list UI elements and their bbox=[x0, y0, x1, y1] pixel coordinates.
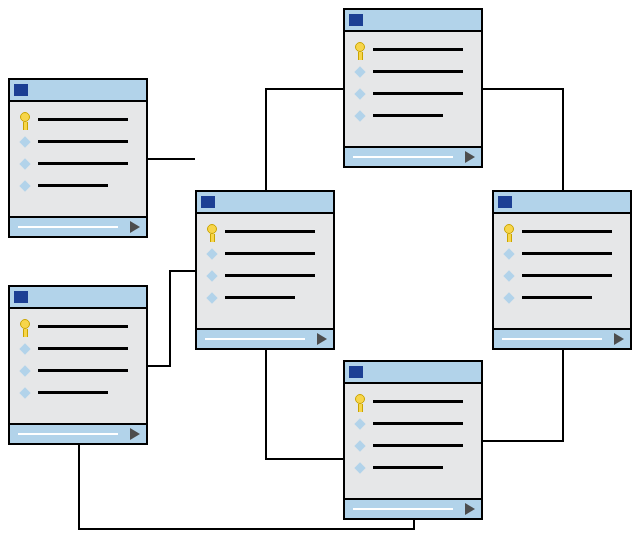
connector bbox=[169, 270, 171, 367]
table-header bbox=[343, 360, 483, 384]
table-right bbox=[492, 190, 632, 350]
table-body bbox=[343, 384, 483, 498]
connector bbox=[562, 350, 564, 440]
scroll-right-icon bbox=[317, 333, 327, 345]
scroll-right-icon bbox=[130, 428, 140, 440]
field-line bbox=[225, 296, 295, 299]
primary-key-icon bbox=[20, 112, 30, 130]
connector bbox=[169, 270, 195, 272]
field-line bbox=[373, 444, 463, 447]
connector bbox=[483, 88, 562, 90]
field-line bbox=[373, 48, 463, 51]
table-left-bottom bbox=[8, 285, 148, 445]
field-icon bbox=[354, 88, 365, 99]
field-line bbox=[373, 400, 463, 403]
table-row bbox=[345, 394, 481, 416]
window-icon bbox=[14, 291, 28, 303]
field-line bbox=[373, 114, 443, 117]
table-row bbox=[10, 112, 146, 134]
connector bbox=[265, 458, 343, 460]
scroll-right-icon bbox=[130, 221, 140, 233]
table-row bbox=[10, 341, 146, 363]
table-row bbox=[494, 290, 630, 312]
table-row bbox=[197, 224, 333, 246]
table-header bbox=[492, 190, 632, 214]
scrollbar-track bbox=[353, 508, 453, 510]
window-icon bbox=[498, 196, 512, 208]
table-body bbox=[343, 32, 483, 146]
scrollbar-track bbox=[205, 338, 305, 340]
field-icon bbox=[354, 66, 365, 77]
field-line bbox=[522, 230, 612, 233]
field-line bbox=[522, 274, 612, 277]
table-body bbox=[8, 102, 148, 216]
field-line bbox=[225, 230, 315, 233]
field-line bbox=[38, 118, 128, 121]
table-footer bbox=[343, 498, 483, 520]
primary-key-icon bbox=[355, 42, 365, 60]
table-footer bbox=[343, 146, 483, 168]
primary-key-icon bbox=[20, 319, 30, 337]
field-line bbox=[373, 70, 463, 73]
table-row bbox=[10, 385, 146, 407]
scroll-right-icon bbox=[614, 333, 624, 345]
primary-key-icon bbox=[504, 224, 514, 242]
table-row bbox=[10, 156, 146, 178]
field-icon bbox=[354, 110, 365, 121]
field-line bbox=[38, 184, 108, 187]
scrollbar-track bbox=[502, 338, 602, 340]
primary-key-icon bbox=[355, 394, 365, 412]
table-header bbox=[8, 78, 148, 102]
table-footer bbox=[8, 216, 148, 238]
field-line bbox=[522, 296, 592, 299]
field-line bbox=[38, 140, 128, 143]
field-icon bbox=[503, 292, 514, 303]
field-icon bbox=[503, 248, 514, 259]
window-icon bbox=[349, 14, 363, 26]
table-footer bbox=[8, 423, 148, 445]
table-footer bbox=[195, 328, 335, 350]
field-line bbox=[373, 466, 443, 469]
table-body bbox=[195, 214, 335, 328]
field-line bbox=[38, 162, 128, 165]
scrollbar-track bbox=[353, 156, 453, 158]
field-line bbox=[38, 325, 128, 328]
field-icon bbox=[206, 292, 217, 303]
field-icon bbox=[19, 343, 30, 354]
table-body bbox=[492, 214, 632, 328]
table-row bbox=[197, 246, 333, 268]
scrollbar-track bbox=[18, 433, 118, 435]
scrollbar-track bbox=[18, 226, 118, 228]
field-icon bbox=[19, 158, 30, 169]
table-row bbox=[494, 268, 630, 290]
connector bbox=[562, 88, 564, 190]
connector bbox=[413, 520, 415, 530]
table-top bbox=[343, 8, 483, 168]
connector bbox=[78, 528, 413, 530]
field-icon bbox=[354, 462, 365, 473]
field-icon bbox=[354, 418, 365, 429]
connector bbox=[265, 350, 267, 460]
field-line bbox=[38, 369, 128, 372]
field-line bbox=[373, 422, 463, 425]
field-icon bbox=[19, 136, 30, 147]
table-body bbox=[8, 309, 148, 423]
field-icon bbox=[503, 270, 514, 281]
table-row bbox=[345, 416, 481, 438]
table-row bbox=[10, 178, 146, 200]
connector bbox=[265, 88, 343, 90]
table-row bbox=[494, 224, 630, 246]
table-row bbox=[345, 438, 481, 460]
scroll-right-icon bbox=[465, 151, 475, 163]
field-line bbox=[522, 252, 612, 255]
connector bbox=[483, 440, 564, 442]
field-icon bbox=[206, 248, 217, 259]
table-row bbox=[10, 363, 146, 385]
window-icon bbox=[201, 196, 215, 208]
table-row bbox=[10, 134, 146, 156]
field-line bbox=[225, 252, 315, 255]
field-line bbox=[38, 347, 128, 350]
table-row bbox=[345, 460, 481, 482]
connector bbox=[148, 365, 171, 367]
table-row bbox=[345, 108, 481, 130]
